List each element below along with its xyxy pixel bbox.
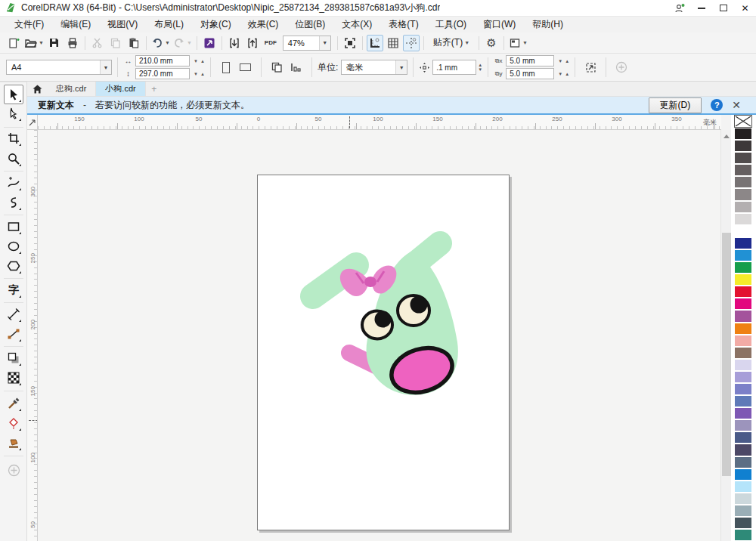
search-content-icon[interactable] <box>201 35 218 51</box>
document-tab-0[interactable]: 忠狗.cdr <box>47 82 96 96</box>
notification-close-icon[interactable]: ✕ <box>732 99 741 111</box>
minimize-button[interactable] <box>690 0 712 16</box>
zoom-dropdown-icon[interactable]: ▼ <box>319 36 330 50</box>
duplicate-x-spinner[interactable]: ▼▲ <box>558 59 569 63</box>
color-swatch-24[interactable] <box>734 419 752 431</box>
maximize-button[interactable] <box>712 0 734 16</box>
drawing-canvas[interactable] <box>38 130 720 541</box>
color-swatch-7[interactable] <box>734 213 752 225</box>
zoom-tool[interactable] <box>4 149 23 168</box>
duplicate-x-field[interactable]: 5.0 mm <box>506 55 554 66</box>
color-swatch-28[interactable] <box>734 468 752 481</box>
color-swatch-15[interactable] <box>734 310 752 322</box>
dog-artwork[interactable] <box>288 227 477 409</box>
color-swatch-2[interactable] <box>734 152 752 164</box>
update-button[interactable]: 更新(D) <box>649 97 702 113</box>
page-width-field[interactable]: 210.0 mm <box>135 55 190 66</box>
color-swatch-27[interactable] <box>734 456 752 468</box>
color-swatch-30[interactable] <box>734 493 752 505</box>
shape-tool[interactable] <box>4 104 23 123</box>
portrait-button[interactable] <box>217 57 235 77</box>
menu-item-5[interactable]: 效果(C) <box>240 17 287 32</box>
color-swatch-9[interactable] <box>734 237 752 249</box>
open-icon[interactable]: ▼ <box>23 35 45 51</box>
connector-tool[interactable] <box>4 324 23 344</box>
rectangle-tool[interactable] <box>4 217 23 236</box>
account-icon[interactable] <box>668 0 690 16</box>
document-tab-1[interactable]: 小狗.cdr <box>96 82 145 96</box>
close-button[interactable]: ✕ <box>734 0 756 16</box>
page-a4[interactable] <box>257 175 510 530</box>
publish-pdf-icon[interactable]: PDF <box>262 35 279 51</box>
paste-icon[interactable] <box>125 35 142 51</box>
freehand-tool[interactable] <box>4 173 23 193</box>
parallel-dimension-tool[interactable] <box>4 305 23 324</box>
show-rulers-icon[interactable] <box>367 35 383 51</box>
no-fill-swatch[interactable] <box>734 115 752 128</box>
artistic-media-tool[interactable] <box>4 193 23 212</box>
menu-item-9[interactable]: 工具(O) <box>427 17 475 32</box>
color-swatch-23[interactable] <box>734 407 752 419</box>
menu-item-11[interactable]: 帮助(H) <box>524 17 572 32</box>
crop-tool[interactable] <box>4 128 23 148</box>
landscape-button[interactable] <box>237 57 255 77</box>
help-icon[interactable]: ? <box>711 99 723 111</box>
color-swatch-1[interactable] <box>734 140 752 152</box>
scrollbar-thumb[interactable] <box>722 233 731 476</box>
drop-shadow-tool[interactable] <box>4 348 23 368</box>
color-swatch-16[interactable] <box>734 323 752 335</box>
menu-item-4[interactable]: 对象(C) <box>192 17 240 32</box>
color-swatch-33[interactable] <box>734 529 752 541</box>
print-icon[interactable] <box>64 35 81 51</box>
menu-item-2[interactable]: 视图(V) <box>99 17 146 32</box>
menu-item-3[interactable]: 布局(L) <box>146 17 192 32</box>
menu-item-10[interactable]: 窗口(W) <box>475 17 524 32</box>
redo-icon[interactable]: ▼ <box>172 35 193 51</box>
menu-item-1[interactable]: 编辑(E) <box>52 17 99 32</box>
color-swatch-3[interactable] <box>734 164 752 176</box>
zoom-levels-combo[interactable]: 47% ▼ <box>283 36 331 51</box>
color-swatch-17[interactable] <box>734 335 752 347</box>
options-gear-icon[interactable]: ⚙ <box>483 35 500 51</box>
customize-propbar-icon[interactable] <box>612 57 631 77</box>
color-swatch-25[interactable] <box>734 431 752 444</box>
save-icon[interactable] <box>46 35 63 51</box>
color-swatch-0[interactable] <box>734 128 752 140</box>
color-swatch-22[interactable] <box>734 395 752 407</box>
customize-toolbox-icon[interactable] <box>4 460 23 480</box>
color-swatch-5[interactable] <box>734 188 752 200</box>
color-swatch-26[interactable] <box>734 444 752 456</box>
color-swatch-31[interactable] <box>734 505 752 517</box>
full-screen-preview-icon[interactable] <box>342 35 358 51</box>
copy-icon[interactable] <box>107 35 124 51</box>
menu-item-6[interactable]: 位图(B) <box>287 17 333 32</box>
undo-icon[interactable]: ▼ <box>150 35 171 51</box>
color-swatch-18[interactable] <box>734 347 752 359</box>
home-icon[interactable] <box>27 82 47 96</box>
ellipse-tool[interactable] <box>4 236 23 256</box>
transparency-tool[interactable] <box>4 368 23 388</box>
show-guidelines-icon[interactable] <box>403 35 420 51</box>
duplicate-y-field[interactable]: 5.0 mm <box>506 68 554 79</box>
color-swatch-8[interactable] <box>734 225 752 237</box>
color-swatch-14[interactable] <box>734 298 752 310</box>
color-swatch-6[interactable] <box>734 201 752 213</box>
polygon-tool[interactable] <box>4 256 23 276</box>
menu-item-0[interactable]: 文件(F) <box>6 17 52 32</box>
color-swatch-21[interactable] <box>734 383 752 395</box>
scroll-up-icon[interactable] <box>723 134 730 138</box>
color-swatch-19[interactable] <box>734 359 752 371</box>
color-swatch-32[interactable] <box>734 517 752 529</box>
interactive-fill-tool[interactable] <box>4 413 23 433</box>
snap-to-button[interactable]: 贴齐(T) ▼ <box>428 35 475 51</box>
nudge-field[interactable]: .1 mm <box>432 60 476 75</box>
cut-icon[interactable] <box>89 35 106 51</box>
duplicate-y-spinner[interactable]: ▼▲ <box>558 72 569 76</box>
nudge-spinner[interactable]: ▲▼ <box>478 63 482 72</box>
color-swatch-11[interactable] <box>734 261 752 274</box>
color-swatch-13[interactable] <box>734 286 752 298</box>
menu-item-7[interactable]: 文本(X) <box>333 17 380 32</box>
pick-tool[interactable] <box>4 85 23 104</box>
open-dropdown-icon[interactable]: ▼ <box>39 40 44 45</box>
ruler-origin[interactable] <box>27 115 38 130</box>
